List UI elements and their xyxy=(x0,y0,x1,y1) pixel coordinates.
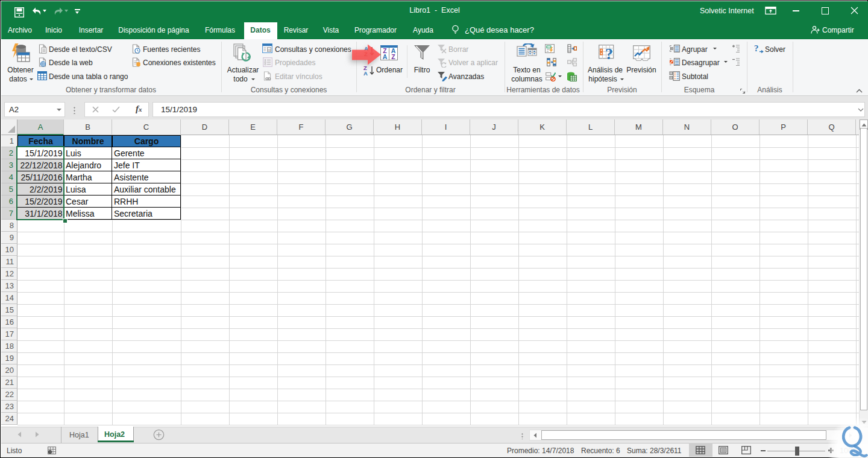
svg-text:?: ? xyxy=(754,43,759,53)
svg-text:?: ? xyxy=(605,45,613,63)
